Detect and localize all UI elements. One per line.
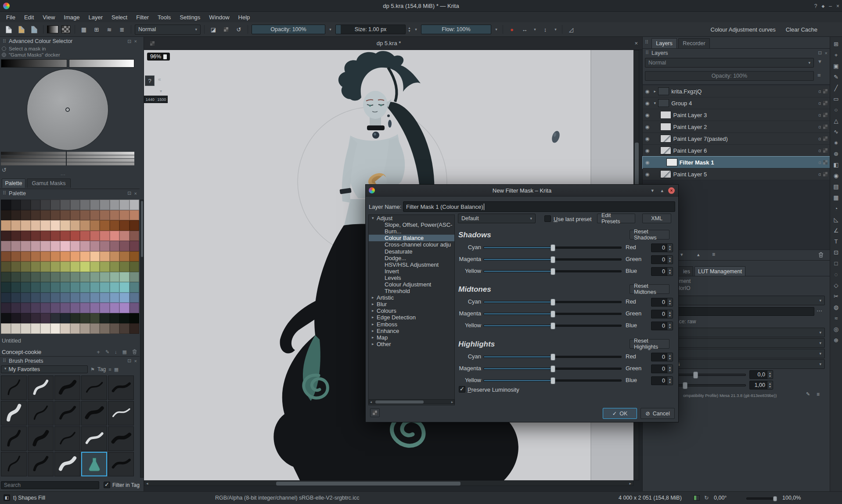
palette-swatch[interactable] xyxy=(31,241,41,251)
palette-swatch[interactable] xyxy=(80,231,90,241)
palette-swatch[interactable] xyxy=(100,293,110,303)
palette-swatch[interactable] xyxy=(11,210,21,221)
reset-highlights-button[interactable]: Reset Highlights xyxy=(630,339,669,349)
snap-button[interactable]: ◿ xyxy=(566,24,576,35)
layer-filter-funnel-icon[interactable]: ▼ xyxy=(817,59,822,64)
palette-swatch[interactable] xyxy=(21,251,31,262)
brush-preset-tile[interactable] xyxy=(1,375,27,400)
palette-swatch[interactable] xyxy=(70,241,80,251)
float-docker-icon[interactable]: ⊡ xyxy=(127,39,131,44)
palette-swatch[interactable] xyxy=(110,200,120,210)
palette-swatch[interactable] xyxy=(70,323,80,334)
document-tab-title[interactable]: dp 5.kra * xyxy=(144,40,633,46)
colour-wheel[interactable] xyxy=(27,69,108,150)
alpha-lock-icon[interactable]: α xyxy=(818,160,821,165)
disable-pressure-button[interactable]: ● xyxy=(507,24,517,35)
palette-swatch[interactable] xyxy=(31,251,41,262)
palette-swatch[interactable] xyxy=(40,231,50,241)
palette-swatch[interactable] xyxy=(50,241,61,251)
palette-swatch[interactable] xyxy=(60,231,70,241)
palette-swatch[interactable] xyxy=(70,293,80,303)
inherit-alpha-icon[interactable] xyxy=(823,148,828,153)
palette-swatch[interactable] xyxy=(70,282,80,293)
palette-swatch[interactable] xyxy=(31,303,41,313)
slider-shadows-yellow[interactable] xyxy=(483,270,622,272)
filter-in-tag-checkbox[interactable] xyxy=(104,482,110,488)
palette-swatch[interactable] xyxy=(70,220,80,231)
fill-tool-icon[interactable]: ◧ xyxy=(831,159,842,170)
mirror-horizontal-caret-icon[interactable]: ▾ xyxy=(532,25,538,34)
brush-preset-tile[interactable] xyxy=(54,426,80,451)
palette-swatch[interactable] xyxy=(60,261,70,272)
palette-swatch[interactable] xyxy=(40,220,50,231)
brush-preset-tile[interactable] xyxy=(54,375,80,400)
palette-swatch[interactable] xyxy=(50,251,61,262)
lock-icon[interactable] xyxy=(2,46,6,51)
mirror-vertical-button[interactable]: ↕ xyxy=(540,24,551,35)
slider-midtones-magenta[interactable] xyxy=(483,313,622,315)
layer-visibility-icon[interactable]: ◉ xyxy=(645,89,650,94)
layer-row-group-4[interactable]: ◉▾Group 4α xyxy=(643,97,830,109)
brush-preset-tile[interactable] xyxy=(28,452,54,476)
palette-swatch[interactable] xyxy=(119,272,130,282)
palette-swatch[interactable] xyxy=(80,251,90,262)
palette-swatch[interactable] xyxy=(130,231,140,241)
palette-swatch[interactable] xyxy=(1,200,11,210)
palette-swatch[interactable] xyxy=(70,210,80,221)
palette-swatch[interactable] xyxy=(90,220,100,231)
palette-swatch[interactable] xyxy=(11,241,21,251)
palette-swatch[interactable] xyxy=(60,220,70,231)
palette-swatch[interactable] xyxy=(110,323,120,334)
pattern-chooser-button[interactable] xyxy=(61,24,71,35)
brush-size-slider[interactable]: Size: 1.00 px xyxy=(335,25,406,34)
palette-swatch[interactable] xyxy=(11,313,21,324)
slider-handle[interactable] xyxy=(551,311,555,318)
float-docker-icon[interactable]: ⊡ xyxy=(818,50,822,56)
palette-swatch[interactable] xyxy=(119,293,130,303)
brush-preset-tile[interactable] xyxy=(81,375,107,400)
lut-menu-icon[interactable]: ≡ xyxy=(817,391,820,397)
text-tool-icon[interactable]: T xyxy=(831,236,842,247)
layer-row-paint-layer-7-pasted[interactable]: ◉Paint Layer 7(pasted)α xyxy=(643,133,830,145)
delete-layer-icon[interactable] xyxy=(818,252,824,258)
layer-row-paint-layer-2[interactable]: ◉Paint Layer 2α xyxy=(643,121,830,133)
palette-swatch[interactable] xyxy=(21,231,31,241)
layer-row-krita-fxgzjq[interactable]: ◉▸krita.FxgzjQα xyxy=(643,86,830,97)
palette-swatch[interactable] xyxy=(1,272,11,282)
layer-visibility-icon[interactable]: ◉ xyxy=(645,112,650,118)
palette-swatch[interactable] xyxy=(50,210,61,221)
layer-expand-icon[interactable]: ▸ xyxy=(654,89,656,93)
palette-swatch[interactable] xyxy=(50,313,61,324)
overlay-number-field[interactable]: 1500 xyxy=(156,97,168,102)
float-docker-icon[interactable]: ⊡ xyxy=(127,358,131,364)
collapse-left-icon[interactable]: « xyxy=(158,76,161,82)
palette-swatch[interactable] xyxy=(90,323,100,334)
palette-swatch[interactable] xyxy=(21,293,31,303)
tree-item-levels[interactable]: Levels xyxy=(369,275,454,281)
layer-name-input[interactable]: Filter Mask 1 (Colour Balance) xyxy=(403,201,675,212)
add-swatch-icon[interactable]: + xyxy=(97,349,100,355)
mirror-vertical-caret-icon[interactable]: ▾ xyxy=(553,25,558,34)
slider-handle[interactable] xyxy=(551,365,555,372)
palette-swatch[interactable] xyxy=(110,251,120,262)
rotation-reset-icon[interactable]: ↻ xyxy=(704,494,709,501)
palette-swatch[interactable] xyxy=(1,282,11,293)
palette-swatch[interactable] xyxy=(70,272,80,282)
palette-swatch[interactable] xyxy=(1,323,11,334)
menu-settings[interactable]: Settings xyxy=(175,13,205,22)
palette-swatch[interactable] xyxy=(90,241,100,251)
xml-button[interactable]: XML xyxy=(642,214,671,223)
palette-swatch[interactable] xyxy=(110,293,120,303)
palette-swatch[interactable] xyxy=(90,261,100,272)
palette-swatch[interactable] xyxy=(80,323,90,334)
palette-swatch[interactable] xyxy=(70,200,80,210)
menu-view[interactable]: View xyxy=(38,13,59,22)
palette-swatch[interactable] xyxy=(11,200,21,210)
shade-strip[interactable] xyxy=(1,152,134,155)
mask-icon[interactable] xyxy=(2,53,6,57)
move-tool-icon[interactable]: + xyxy=(831,50,842,61)
palette-swatch[interactable] xyxy=(100,272,110,282)
layer-blending-mode-dropdown[interactable]: Normal▾ xyxy=(645,58,814,68)
ellipse-tool-icon[interactable]: ○ xyxy=(831,104,842,115)
palette-swatch[interactable] xyxy=(80,303,90,313)
